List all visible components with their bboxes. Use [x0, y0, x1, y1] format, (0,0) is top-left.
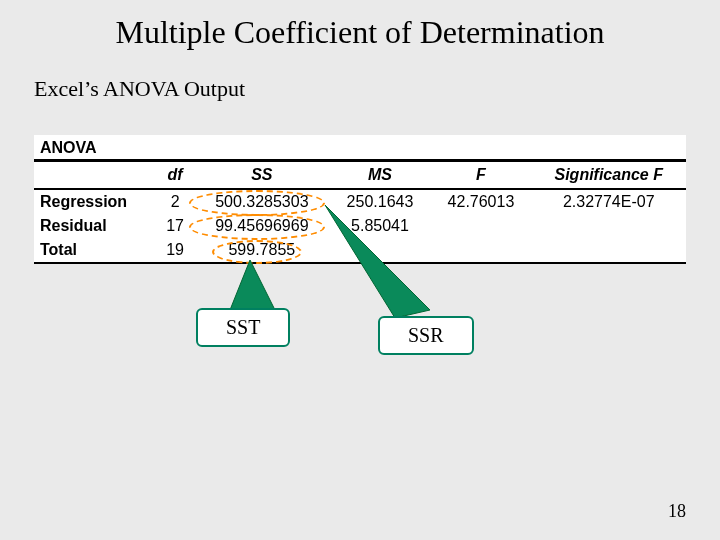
cell-regression-f: 42.76013: [430, 189, 531, 214]
col-header-sigf: Significance F: [531, 162, 686, 189]
col-header-df: df: [156, 162, 194, 189]
slide-title: Multiple Coefficient of Determination: [0, 14, 720, 51]
row-regression: Regression 2 500.3285303 250.1643 42.760…: [34, 189, 686, 214]
callout-ssr: SSR: [378, 316, 474, 355]
cell-regression-sigf: 2.32774E-07: [531, 189, 686, 214]
anova-table: df SS MS F Significance F Regression 2 5…: [34, 162, 686, 264]
slide-subtitle: Excel’s ANOVA Output: [34, 76, 245, 102]
cell-total-sigf: [531, 238, 686, 263]
cell-residual-sigf: [531, 214, 686, 238]
cell-total-f: [430, 238, 531, 263]
callout-sst: SST: [196, 308, 290, 347]
cell-residual-ms: 5.85041: [329, 214, 430, 238]
col-header-ms: MS: [329, 162, 430, 189]
arrow-sst: [230, 260, 275, 310]
anova-table-container: ANOVA df SS MS F Significance F Regressi…: [34, 135, 686, 264]
cell-residual-df: 17: [156, 214, 194, 238]
row-total: Total 19 599.7855: [34, 238, 686, 263]
cell-total-ss: 599.7855: [194, 238, 329, 263]
cell-regression-ss: 500.3285303: [194, 189, 329, 214]
cell-residual-f: [430, 214, 531, 238]
cell-regression-df: 2: [156, 189, 194, 214]
slide: Multiple Coefficient of Determination Ex…: [0, 0, 720, 540]
col-header-f: F: [430, 162, 531, 189]
anova-header-row: df SS MS F Significance F: [34, 162, 686, 189]
cell-total-ms: [329, 238, 430, 263]
cell-residual-label: Residual: [34, 214, 156, 238]
col-header-ss: SS: [194, 162, 329, 189]
col-header-blank: [34, 162, 156, 189]
anova-heading: ANOVA: [34, 135, 686, 162]
cell-regression-ms: 250.1643: [329, 189, 430, 214]
cell-total-df: 19: [156, 238, 194, 263]
page-number: 18: [668, 501, 686, 522]
row-residual: Residual 17 99.45696969 5.85041: [34, 214, 686, 238]
cell-regression-label: Regression: [34, 189, 156, 214]
cell-residual-ss: 99.45696969: [194, 214, 329, 238]
cell-total-label: Total: [34, 238, 156, 263]
